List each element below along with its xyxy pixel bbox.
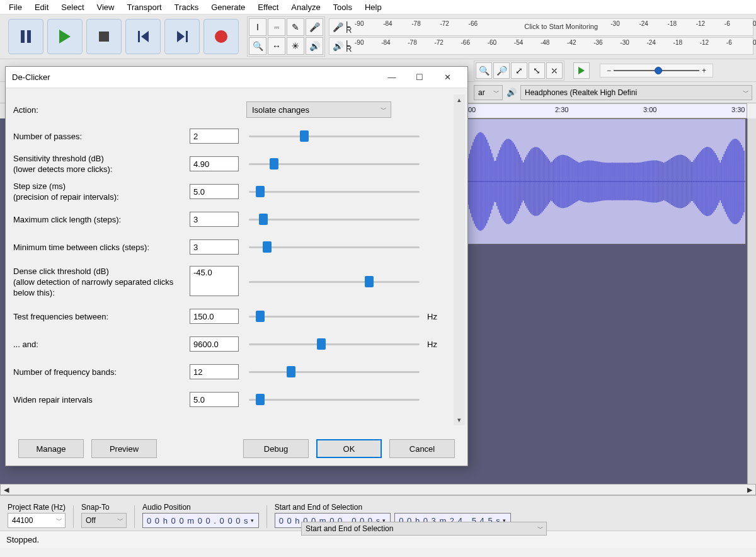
param-slider-2[interactable] xyxy=(249,186,420,197)
record-button[interactable] xyxy=(203,19,239,54)
zoom-toggle-button[interactable]: ⤫ xyxy=(546,62,563,79)
menu-transport[interactable]: Transport xyxy=(120,1,168,13)
param-slider-1[interactable] xyxy=(249,158,420,169)
record-icon xyxy=(215,30,227,43)
menu-analyze[interactable]: Analyze xyxy=(285,1,326,13)
scroll-up-icon[interactable]: ▴ xyxy=(456,95,462,105)
debug-button[interactable]: Debug xyxy=(243,439,309,458)
play-button[interactable] xyxy=(47,19,83,54)
playback-speed-slider[interactable]: − + xyxy=(600,64,713,78)
minimize-button[interactable]: — xyxy=(378,69,406,86)
maximize-button[interactable]: ☐ xyxy=(406,69,433,86)
skip-end-button[interactable] xyxy=(164,19,200,54)
cancel-button[interactable]: Cancel xyxy=(389,439,455,458)
timeline-tick: 00 xyxy=(468,106,476,113)
param-slider-7[interactable] xyxy=(249,338,420,350)
timeline-tick: 2:30 xyxy=(555,106,568,113)
zoom-tool[interactable]: 🔍 xyxy=(249,37,266,55)
selection-mode-select[interactable]: Start and End of Selection xyxy=(301,522,547,536)
param-input-5[interactable] xyxy=(190,266,239,296)
param-unit: Hz xyxy=(427,312,445,321)
project-rate-select[interactable]: 44100 xyxy=(8,513,66,528)
meter-note: Click to Start Monitoring xyxy=(524,23,598,30)
param-input-1[interactable] xyxy=(190,156,239,171)
param-slider-8[interactable] xyxy=(249,366,420,377)
param-slider-6[interactable] xyxy=(249,311,420,322)
menu-effect[interactable]: Effect xyxy=(251,1,285,13)
ok-button[interactable]: OK xyxy=(316,439,382,458)
param-input-9[interactable] xyxy=(190,392,239,407)
menu-edit[interactable]: Edit xyxy=(28,1,55,13)
param-slider-5[interactable] xyxy=(249,276,420,287)
param-input-0[interactable] xyxy=(190,129,239,144)
timeline-ruler[interactable]: 00 2:30 3:00 3:30 xyxy=(466,103,747,118)
param-input-3[interactable] xyxy=(190,212,239,227)
multi-tool[interactable]: ✳ xyxy=(287,37,304,55)
mic-tool[interactable]: 🎤 xyxy=(306,18,323,36)
param-input-4[interactable] xyxy=(190,239,239,255)
dialog-titlebar[interactable]: De-Clicker — ☐ ✕ xyxy=(6,67,467,88)
play-at-speed-button[interactable] xyxy=(573,62,590,79)
param-label: Maximum click length (steps): xyxy=(13,214,190,225)
recording-meter[interactable]: 🎤 LR Click to Start Monitoring -90-84-78… xyxy=(329,18,753,36)
fit-selection-button[interactable]: ⤢ xyxy=(511,62,527,79)
action-label: Action: xyxy=(13,105,246,115)
audio-track[interactable] xyxy=(466,118,746,244)
speaker-icon: 🔊 xyxy=(329,41,346,51)
zoom-in-button[interactable]: 🔍 xyxy=(476,62,492,79)
status-text: Stopped. xyxy=(6,535,39,544)
skip-start-button[interactable] xyxy=(125,19,161,54)
draw-tool[interactable]: ✎ xyxy=(287,18,304,36)
play-icon xyxy=(59,30,71,43)
project-rate-label: Project Rate (Hz) xyxy=(8,503,66,512)
menu-tools[interactable]: Tools xyxy=(327,1,358,13)
param-label: Minimum time between clicks (steps): xyxy=(13,242,190,253)
host-select[interactable]: ar xyxy=(474,85,503,100)
stop-button[interactable] xyxy=(86,19,122,54)
selection-toolbar: Project Rate (Hz) 44100 Snap-To Off Audi… xyxy=(0,495,756,531)
output-device-select[interactable]: Headphones (Realtek High Defini xyxy=(520,85,752,100)
param-slider-4[interactable] xyxy=(249,241,420,253)
zoom-out-button[interactable]: 🔎 xyxy=(493,62,510,79)
horizontal-scrollbar[interactable]: ◀ ▶ xyxy=(0,484,756,495)
param-input-6[interactable] xyxy=(190,309,239,324)
preview-button[interactable]: Preview xyxy=(91,439,157,458)
param-input-8[interactable] xyxy=(190,364,239,379)
scroll-right-icon[interactable]: ▶ xyxy=(744,486,755,494)
scroll-left-icon[interactable]: ◀ xyxy=(1,486,12,494)
param-label: ... and: xyxy=(13,339,190,350)
snap-to-select[interactable]: Off xyxy=(81,513,127,528)
selection-label: Start and End of Selection xyxy=(275,503,511,512)
close-button[interactable]: ✕ xyxy=(433,69,461,86)
menu-file[interactable]: File xyxy=(3,1,28,13)
menu-view[interactable]: View xyxy=(91,1,121,13)
fit-project-button[interactable]: ⤡ xyxy=(529,62,545,79)
param-label: Number of passes: xyxy=(13,131,190,142)
pause-button[interactable] xyxy=(8,19,43,54)
menu-tracks[interactable]: Tracks xyxy=(168,1,205,13)
speaker-tool[interactable]: 🔊 xyxy=(306,37,323,55)
playback-meter[interactable]: 🔊 LR -90-84-78-72-66-60-54-48-42-36-30-2… xyxy=(329,37,753,55)
envelope-tool[interactable]: ⎓ xyxy=(268,18,285,36)
dialog-scrollbar[interactable]: ▴ ▾ xyxy=(454,95,465,425)
manage-button[interactable]: Manage xyxy=(18,439,84,458)
output-icon: 🔊 xyxy=(507,88,517,97)
menu-generate[interactable]: Generate xyxy=(205,1,251,13)
param-slider-9[interactable] xyxy=(249,394,420,405)
audio-position-field[interactable]: 0 0 h 0 0 m 0 0 . 0 0 0 s▾ xyxy=(142,513,259,528)
menu-help[interactable]: Help xyxy=(358,1,388,13)
param-input-2[interactable] xyxy=(190,184,239,199)
menu-select[interactable]: Select xyxy=(55,1,90,13)
timeshift-tool[interactable]: ↔ xyxy=(268,37,285,55)
action-select[interactable]: Isolate changes xyxy=(246,101,391,118)
vertical-scrollbar[interactable] xyxy=(747,118,756,484)
waveform xyxy=(467,119,745,244)
param-slider-3[interactable] xyxy=(249,214,420,225)
param-unit: Hz xyxy=(427,340,445,349)
param-slider-0[interactable] xyxy=(249,130,420,142)
snap-to-label: Snap-To xyxy=(81,503,127,512)
param-input-7[interactable] xyxy=(190,336,239,352)
scroll-down-icon[interactable]: ▾ xyxy=(456,415,462,425)
menu-bar: File Edit Select View Transport Tracks G… xyxy=(0,0,756,14)
selection-tool[interactable]: I xyxy=(249,18,266,36)
